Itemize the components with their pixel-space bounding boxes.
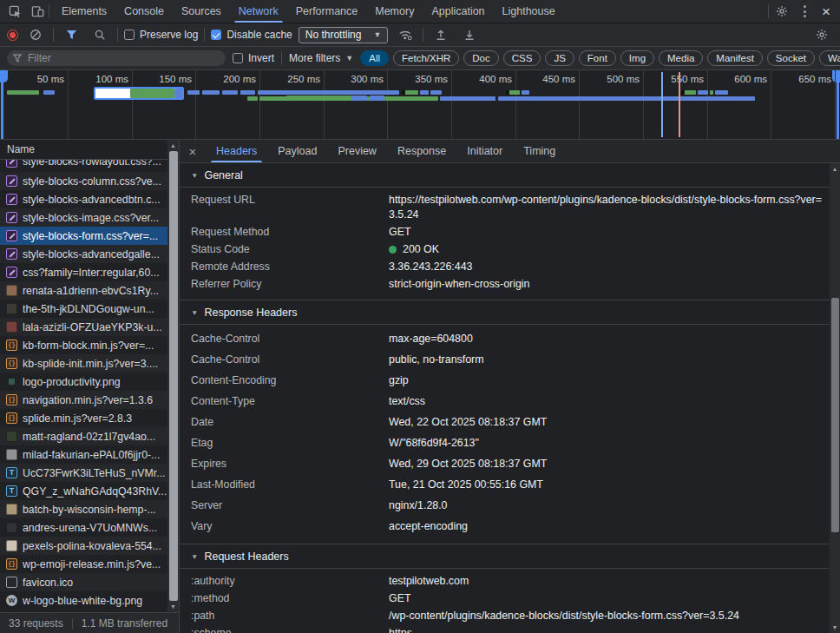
filter-input[interactable]	[7, 50, 226, 66]
overview-strip[interactable]: 50 ms100 ms150 ms200 ms250 ms300 ms350 m…	[0, 70, 840, 140]
request-type-chip[interactable]: Fetch/XHR	[393, 50, 459, 66]
detail-tab[interactable]: Timing	[513, 140, 566, 162]
panel-tab[interactable]: Memory	[366, 0, 423, 23]
request-row[interactable]: matt-ragland-02z1l7gv4ao...	[0, 427, 179, 445]
close-devtools-icon[interactable]: ×	[816, 1, 837, 22]
request-row[interactable]: pexels-polina-kovaleva-554...	[0, 537, 179, 555]
request-row[interactable]: w-logo-blue-white-bg.png	[0, 591, 179, 610]
request-row[interactable]: renata-a1drienn-ebvCs1Ry...	[0, 281, 179, 300]
panel-tab[interactable]: Console	[115, 0, 173, 23]
more-filters-button[interactable]: More filters ▼	[289, 52, 353, 64]
device-toolbar-icon[interactable]	[26, 0, 49, 23]
request-type-chip[interactable]: Socket	[767, 50, 815, 66]
scroll-up-arrow-icon[interactable]: ▲	[830, 163, 840, 175]
header-value: /wp-content/plugins/kadence-blocks/dist/…	[389, 610, 739, 622]
network-settings-gear-icon[interactable]	[810, 23, 833, 46]
request-row[interactable]: style-blocks-image.css?ver...	[0, 208, 179, 227]
request-row[interactable]: css?family=Inter:regular,60...	[0, 263, 179, 281]
request-row[interactable]: the-5th-jkDLNDGougw-un...	[0, 300, 179, 318]
more-options-kebab-icon[interactable]	[795, 2, 814, 21]
overview-right-handle-grip[interactable]	[832, 70, 840, 82]
header-name: :path	[191, 609, 389, 623]
request-row[interactable]: QGY_z_wNahGAdqQ43RhV...	[0, 482, 179, 500]
request-row[interactable]: lala-azizli-OFZUaeYKP3k-u...	[0, 318, 179, 336]
scroll-up-arrow-icon[interactable]: ▲	[167, 140, 179, 151]
request-row[interactable]: splide.min.js?ver=2.8.3	[0, 409, 179, 427]
request-row[interactable]: kb-splide-init.min.js?ver=3....	[0, 354, 179, 373]
network-conditions-icon[interactable]	[394, 23, 417, 46]
response-headers-section: ▼ Response Headers Cache-Control max-age…	[180, 300, 830, 544]
scroll-down-arrow-icon[interactable]: ▼	[830, 622, 840, 633]
record-network-log-button[interactable]	[7, 30, 18, 41]
detail-tab[interactable]: Payload	[267, 140, 327, 162]
panel-tab[interactable]: Performance	[287, 0, 367, 23]
request-row[interactable]: favicon.ico	[0, 573, 179, 591]
panel-tab[interactable]: Application	[423, 0, 493, 23]
checkbox-checked[interactable]	[211, 30, 221, 40]
overview-left-handle-grip[interactable]	[0, 70, 8, 82]
toolbar-divider	[281, 51, 282, 65]
inspect-element-icon[interactable]	[3, 0, 26, 23]
request-type-chip[interactable]: Wasm	[819, 50, 840, 66]
file-type-icon	[6, 340, 17, 351]
request-name: kb-splide-init.min.js?ver=3....	[23, 358, 158, 370]
response-headers-section-header[interactable]: ▼ Response Headers	[180, 300, 830, 325]
scroll-down-arrow-icon[interactable]: ▼	[167, 601, 179, 612]
request-type-chip[interactable]: Font	[579, 50, 616, 66]
panel-tab[interactable]: Network	[230, 0, 287, 23]
header-row: Cache-Control public, no-transform	[180, 349, 830, 370]
request-row[interactable]: style-blocks-advancedgalle...	[0, 245, 179, 263]
detail-tab[interactable]: Headers	[206, 140, 267, 162]
disable-cache-checkbox[interactable]: Disable cache	[211, 29, 292, 41]
invert-label: Invert	[248, 52, 274, 64]
request-row[interactable]: batch-by-wisconsin-hemp-...	[0, 500, 179, 518]
import-har-icon[interactable]	[430, 23, 452, 46]
name-column-header[interactable]: Name	[0, 140, 179, 160]
header-name: :authority	[191, 574, 389, 589]
detail-tab[interactable]: Initiator	[456, 140, 513, 162]
request-row[interactable]: style-blocks-column.css?ve...	[0, 172, 179, 190]
request-row[interactable]: UcC73FwrK3iLTeHuS_nVMr...	[0, 464, 179, 482]
request-row[interactable]: milad-fakurian-ePAL0f6jjr0-...	[0, 445, 179, 464]
request-type-chip[interactable]: All	[360, 50, 389, 66]
request-row[interactable]: logo-productivity.png	[0, 373, 179, 391]
request-row[interactable]: kb-form-block.min.js?ver=...	[0, 336, 179, 354]
settings-gear-icon[interactable]	[771, 0, 793, 23]
detail-tab[interactable]: Preview	[327, 140, 386, 162]
filter-funnel-icon[interactable]	[60, 23, 82, 46]
sidebar-scrollbar[interactable]: ▲ ▼	[167, 140, 179, 612]
request-type-chip[interactable]: Manifest	[707, 50, 762, 66]
general-section-header[interactable]: ▼ General	[180, 163, 830, 188]
request-row[interactable]: style-blocks-rowlayout.css?...	[0, 160, 179, 172]
panel-tab[interactable]: Lighthouse	[494, 0, 564, 23]
request-row[interactable]: wp-emoji-release.min.js?ve...	[0, 555, 179, 573]
throttling-select[interactable]: No throttling ▼	[299, 27, 389, 43]
scrollbar-thumb[interactable]	[169, 151, 178, 601]
network-main-area: Name style-blocks-rowlayout.css?... styl…	[0, 140, 840, 633]
request-row[interactable]: navigation.min.js?ver=1.3.6	[0, 391, 179, 409]
request-row[interactable]: style-blocks-advancedbtn.c...	[0, 190, 179, 208]
detail-tab[interactable]: Response	[387, 140, 456, 162]
invert-checkbox[interactable]: Invert	[233, 52, 274, 64]
clear-network-log-icon[interactable]	[24, 23, 47, 46]
request-type-chip[interactable]: Media	[659, 50, 703, 66]
request-type-chip[interactable]: Img	[620, 50, 654, 66]
request-headers-section-header[interactable]: ▼ Request Headers	[180, 544, 830, 569]
preserve-log-checkbox[interactable]: Preserve log	[124, 29, 198, 41]
waterfall-bar	[286, 96, 351, 101]
close-detail-icon[interactable]: ×	[180, 144, 206, 159]
checkbox-unchecked[interactable]	[124, 30, 135, 40]
export-har-icon[interactable]	[458, 23, 481, 46]
headers-scrollbar[interactable]: ▲ ▼	[830, 163, 840, 633]
panel-tab[interactable]: Elements	[53, 0, 115, 23]
checkbox-unchecked[interactable]	[233, 53, 243, 63]
request-type-chip[interactable]: Doc	[463, 50, 498, 66]
scrollbar-thumb[interactable]	[831, 298, 839, 532]
request-row[interactable]: style-blocks-form.css?ver=...	[0, 227, 179, 245]
request-name: splide.min.js?ver=2.8.3	[23, 412, 132, 425]
request-row[interactable]: andres-urena-V7UoMNWs...	[0, 518, 179, 537]
search-icon[interactable]	[89, 23, 111, 46]
request-type-chip[interactable]: JS	[545, 50, 574, 66]
panel-tab[interactable]: Sources	[173, 0, 230, 23]
request-type-chip[interactable]: CSS	[503, 50, 541, 66]
